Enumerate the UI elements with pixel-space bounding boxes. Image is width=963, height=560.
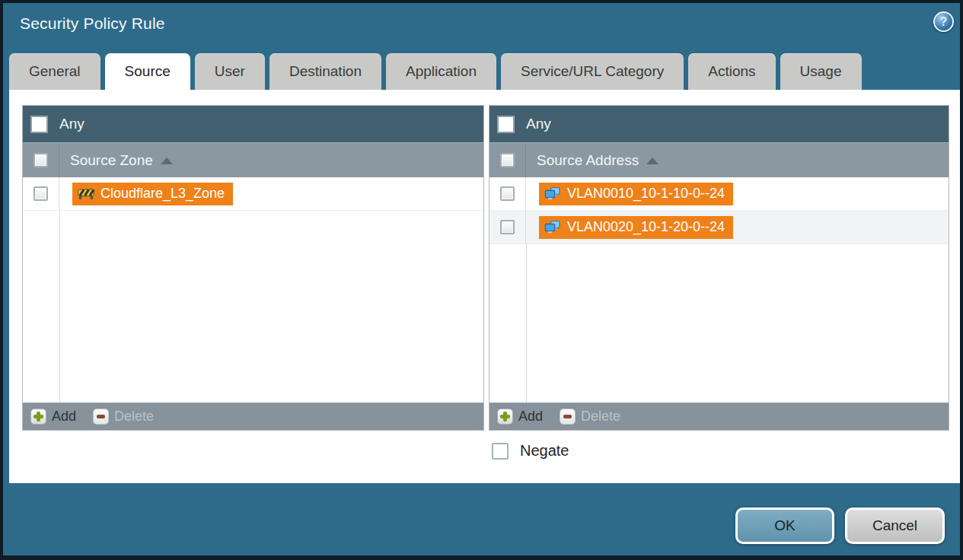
tab-bar: General Source User Destination Applicat… — [9, 53, 862, 90]
tab-user[interactable]: User — [195, 53, 265, 90]
address-icon — [544, 187, 561, 200]
source-address-any-checkbox[interactable] — [497, 116, 515, 133]
row-checkbox-cell — [489, 177, 526, 210]
source-zone-list-empty-area — [23, 211, 483, 402]
add-icon — [497, 409, 513, 425]
sort-ascending-icon[interactable] — [161, 158, 173, 164]
row-checkbox[interactable] — [33, 186, 48, 201]
delete-zone-button[interactable]: Delete — [93, 409, 154, 425]
source-zone-list: Cloudflare_L3_Zone — [23, 177, 483, 402]
address-item-label: VLAN0020_10-1-20-0--24 — [567, 219, 725, 235]
tab-usage[interactable]: Usage — [780, 53, 862, 90]
add-address-button[interactable]: Add — [497, 409, 543, 425]
negate-option: Negate — [492, 442, 569, 460]
table-row[interactable]: Cloudflare_L3_Zone — [23, 177, 483, 211]
add-zone-button[interactable]: Add — [30, 409, 76, 425]
address-item-label: VLAN0010_10-1-10-0--24 — [567, 186, 725, 202]
table-row[interactable]: VLAN0020_10-1-20-0--24 — [489, 211, 949, 244]
source-address-any-header: Any — [489, 106, 949, 142]
delete-button-label: Delete — [114, 409, 154, 425]
address-item-chip[interactable]: VLAN0020_10-1-20-0--24 — [539, 216, 733, 239]
checkbox-column-divider — [59, 211, 60, 402]
source-address-list: VLAN0010_10-1-10-0--24 — [489, 177, 949, 402]
source-address-any-label: Any — [526, 116, 551, 132]
cancel-button[interactable]: Cancel — [845, 508, 945, 544]
tab-destination[interactable]: Destination — [269, 53, 381, 90]
source-address-select-all-cell — [489, 143, 526, 177]
add-button-label: Add — [52, 409, 76, 425]
source-zone-any-checkbox[interactable] — [30, 116, 48, 133]
row-checkbox[interactable] — [500, 186, 515, 201]
table-row[interactable]: VLAN0010_10-1-10-0--24 — [489, 177, 949, 211]
help-icon[interactable]: ? — [933, 11, 954, 32]
zone-icon — [78, 187, 94, 200]
source-address-column-header[interactable]: Source Address — [489, 142, 949, 177]
source-zone-column-header[interactable]: Source Zone — [23, 142, 483, 177]
add-icon — [30, 409, 46, 425]
security-policy-rule-dialog: Security Policy Rule ? General Source Us… — [0, 0, 963, 560]
source-address-footer: Add Delete — [489, 402, 949, 430]
tab-application[interactable]: Application — [386, 53, 496, 90]
negate-checkbox[interactable] — [492, 443, 509, 460]
address-item-chip[interactable]: VLAN0010_10-1-10-0--24 — [539, 183, 733, 205]
row-checkbox[interactable] — [500, 220, 515, 234]
tab-service-url-category[interactable]: Service/URL Category — [501, 53, 684, 90]
delete-button-label: Delete — [581, 409, 620, 425]
source-zone-select-all-cell — [23, 143, 59, 177]
source-zone-footer: Add Delete — [23, 402, 483, 430]
source-zone-any-label: Any — [59, 116, 85, 132]
source-address-panel: Any Source Address — [489, 105, 949, 431]
zone-item-label: Cloudflare_L3_Zone — [100, 186, 225, 202]
source-tab-panel: Any Source Zone — [9, 90, 960, 483]
sort-ascending-icon[interactable] — [646, 158, 658, 164]
delete-address-button[interactable]: Delete — [560, 409, 620, 425]
source-zone-any-header: Any — [23, 106, 483, 142]
delete-icon — [93, 409, 109, 425]
negate-label: Negate — [520, 442, 569, 460]
row-checkbox-cell — [23, 177, 59, 210]
source-address-list-empty-area — [489, 244, 949, 402]
delete-icon — [560, 409, 576, 425]
row-checkbox-cell — [489, 211, 526, 243]
source-zone-select-all-checkbox[interactable] — [33, 153, 48, 167]
tab-general[interactable]: General — [9, 53, 100, 90]
source-address-column-title: Source Address — [537, 152, 639, 169]
checkbox-column-divider — [526, 244, 527, 402]
tab-source[interactable]: Source — [105, 53, 190, 90]
address-icon — [544, 221, 561, 234]
source-zone-panel: Any Source Zone — [22, 105, 484, 431]
zone-item-chip[interactable]: Cloudflare_L3_Zone — [72, 183, 233, 205]
ok-button[interactable]: OK — [735, 508, 834, 544]
source-zone-column-title: Source Zone — [70, 152, 153, 169]
dialog-title: Security Policy Rule — [20, 14, 165, 33]
source-address-select-all-checkbox[interactable] — [500, 153, 515, 167]
tab-actions[interactable]: Actions — [688, 53, 775, 90]
add-button-label: Add — [518, 409, 543, 425]
